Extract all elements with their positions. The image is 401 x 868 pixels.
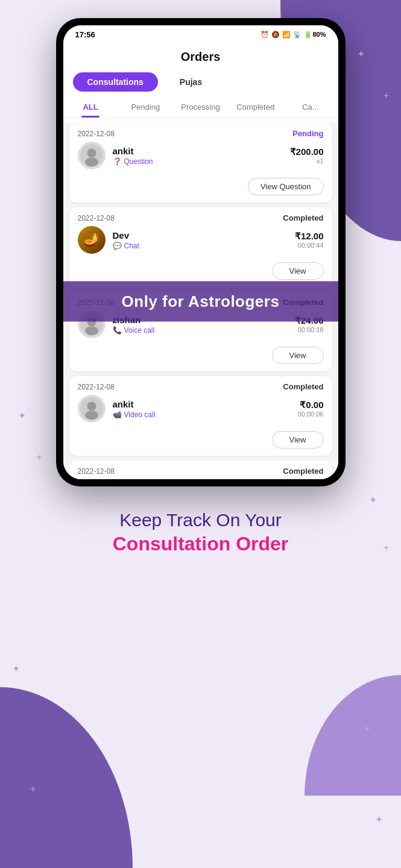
phone-mockup: 17:56 ⏰ 🔕 📶 📡 🔋80% Orders Consultations	[56, 18, 346, 486]
svg-point-1	[87, 148, 96, 157]
deco-star-5: ✦	[12, 663, 20, 675]
order-card-2-date: 2022-12-08	[78, 214, 115, 222]
keep-track-line1: Keep Track On Your	[113, 508, 289, 532]
order-card-4-action: View	[69, 427, 332, 456]
deco-star-7: +	[30, 784, 36, 794]
order-card-partial-header: 2022-12-08 Completed	[69, 461, 332, 479]
order-card-2-amount-info: ₹12.00 00:00:44	[295, 231, 324, 249]
tab-consultations-label: Consultations	[87, 77, 144, 87]
mute-icon: 🔕	[271, 31, 280, 39]
deco-star-8: ✦	[375, 814, 383, 825]
svg-point-8	[85, 410, 98, 420]
filter-tab-all[interactable]: ALL	[63, 96, 118, 118]
order-card-2-main-row: 🪔 Dev 💬 Chat ₹12.00 00:00:4	[69, 226, 332, 259]
order-card-4-amount: ₹0.00	[298, 400, 324, 410]
phone-icon: 📞	[113, 326, 122, 335]
page-wrapper: 17:56 ⏰ 🔕 📶 📡 🔋80% Orders Consultations	[0, 0, 401, 581]
filter-tabs: ALL Pending Processing Completed Ca...	[63, 96, 338, 118]
order-card-1-username: ankit	[113, 146, 283, 156]
question-icon: ❓	[113, 157, 122, 166]
order-card-4-header: 2022-12-08 Completed	[69, 376, 332, 395]
order-card-4-consult-label: Video call	[124, 410, 156, 419]
order-card-2: 2022-12-08 Completed 🪔 Dev 💬	[69, 207, 332, 287]
order-card-3-consult-label: Voice call	[124, 326, 155, 335]
order-card-4-time-detail: 00:00:06	[298, 410, 324, 418]
bg-decoration-bottom-left	[0, 687, 133, 868]
filter-tab-pending[interactable]: Pending	[118, 96, 173, 118]
filter-tab-processing[interactable]: Processing	[173, 96, 228, 118]
svg-point-7	[87, 401, 96, 410]
view-question-button[interactable]: View Question	[248, 178, 324, 195]
order-card-2-consult-type: 💬 Chat	[113, 242, 288, 250]
view-button-3[interactable]: View	[272, 347, 324, 364]
order-card-1: 2022-12-08 Pending ankit	[69, 123, 332, 203]
view-button-4[interactable]: View	[272, 431, 324, 448]
signal-icon: 📡	[293, 31, 302, 39]
order-card-1-consult-label: Question	[124, 157, 153, 166]
deco-star-6: ✦	[363, 723, 371, 735]
order-card-3-consult-type: 📞 Voice call	[113, 326, 288, 335]
view-button-2[interactable]: View	[272, 262, 324, 280]
order-card-4-avatar	[78, 395, 106, 423]
video-icon: 📹	[113, 410, 122, 419]
wifi-icon: 📶	[282, 31, 291, 39]
order-card-1-amount-info: ₹200.00 x1	[290, 146, 324, 165]
filter-pending-label: Pending	[131, 102, 160, 112]
order-card-2-amount: ₹12.00	[295, 231, 324, 242]
order-card-4-main-row: ankit 📹 Video call ₹0.00 00:00:06	[69, 395, 332, 427]
order-card-partial-status: Completed	[283, 467, 323, 476]
filter-processing-label: Processing	[181, 102, 219, 112]
order-card-2-avatar: 🪔	[78, 226, 106, 254]
consultation-order-line2: Consultation Order	[113, 532, 289, 557]
orders-list: 2022-12-08 Pending ankit	[63, 123, 338, 479]
main-tabs: Consultations Pujas	[63, 68, 338, 96]
phone-screen: 17:56 ⏰ 🔕 📶 📡 🔋80% Orders Consultations	[63, 25, 338, 479]
order-card-4-status: Completed	[283, 382, 323, 391]
tab-pujas[interactable]: Pujas	[165, 72, 216, 92]
order-card-3-action: View	[69, 343, 332, 371]
order-card-partial-date: 2022-12-08	[78, 467, 115, 476]
view-label-4: View	[289, 435, 306, 444]
order-card-1-main-row: ankit ❓ Question ₹200.00 x1	[69, 142, 332, 174]
order-card-1-action: View Question	[69, 174, 332, 203]
order-card-4-username: ankit	[113, 399, 291, 409]
alarm-icon: ⏰	[260, 31, 269, 39]
order-card-1-header: 2022-12-08 Pending	[69, 123, 332, 142]
order-card-1-status: Pending	[292, 129, 323, 138]
order-card-1-amount-detail: x1	[290, 157, 324, 165]
filter-tab-ca[interactable]: Ca...	[283, 96, 338, 118]
filter-all-label: ALL	[83, 102, 98, 112]
status-time: 17:56	[75, 30, 95, 39]
order-card-2-consult-label: Chat	[124, 242, 139, 250]
order-card-2-time-detail: 00:00:44	[295, 242, 324, 249]
view-question-label: View Question	[260, 182, 311, 191]
app-header: Orders	[63, 44, 338, 68]
order-card-4-consult-type: 📹 Video call	[113, 410, 291, 419]
view-label-2: View	[289, 266, 306, 275]
svg-point-5	[85, 326, 98, 335]
view-label-3: View	[289, 351, 306, 360]
order-card-4-amount-info: ₹0.00 00:00:06	[298, 400, 324, 418]
filter-tab-completed[interactable]: Completed	[228, 96, 283, 118]
order-card-4-date: 2022-12-08	[78, 383, 115, 391]
order-card-2-username: Dev	[113, 230, 288, 241]
order-card-2-header: 2022-12-08 Completed	[69, 207, 332, 226]
order-card-3-time-detail: 00:00:18	[295, 326, 324, 333]
svg-point-2	[85, 157, 98, 166]
bg-decoration-bottom-right	[305, 675, 401, 796]
status-bar: 17:56 ⏰ 🔕 📶 📡 🔋80%	[63, 25, 338, 44]
filter-ca-label: Ca...	[302, 102, 318, 112]
order-card-partial: 2022-12-08 Completed	[69, 461, 332, 479]
watermark-text: Only for Astrologers	[122, 292, 280, 310]
app-title: Orders	[181, 50, 221, 63]
order-card-4-user-info: ankit 📹 Video call	[113, 399, 291, 419]
status-icons: ⏰ 🔕 📶 📡 🔋80%	[260, 31, 326, 39]
order-card-2-status: Completed	[283, 213, 323, 222]
order-card-1-consult-type: ❓ Question	[113, 157, 283, 166]
watermark-banner: Only for Astrologers	[63, 281, 338, 321]
chat-icon: 💬	[113, 242, 122, 250]
avatar-photo-dev: 🪔	[78, 226, 106, 254]
bottom-text-section: Keep Track On Your Consultation Order	[101, 508, 301, 557]
tab-consultations[interactable]: Consultations	[73, 72, 158, 92]
battery-icon: 🔋80%	[304, 31, 326, 39]
